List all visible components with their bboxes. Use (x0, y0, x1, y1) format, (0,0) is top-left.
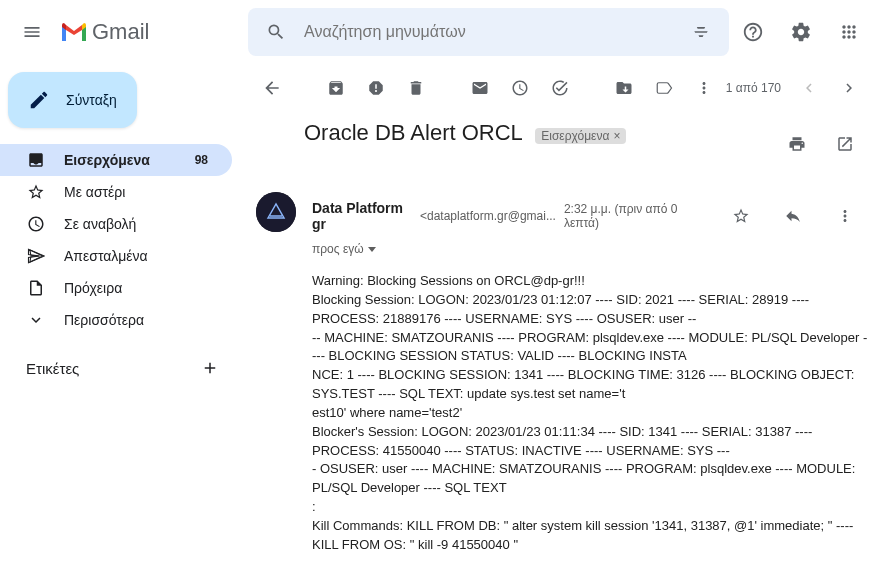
email-body: Warning: Blocking Sessions on ORCL@dp-gr… (240, 264, 885, 571)
add-task-button[interactable] (540, 68, 580, 108)
search-options-icon[interactable] (681, 12, 721, 52)
gmail-logo[interactable]: Gmail (60, 19, 240, 45)
add-label-button[interactable] (196, 354, 224, 382)
svg-point-0 (256, 192, 296, 232)
nav-sent[interactable]: Απεσταλμένα (0, 240, 232, 272)
nav-snoozed[interactable]: Σε αναβολή (0, 208, 232, 240)
email-time: 2:32 μ.μ. (πριν από 0 λεπτά) (564, 202, 709, 230)
nav-starred[interactable]: Με αστέρι (0, 176, 232, 208)
archive-button[interactable] (316, 68, 356, 108)
remove-label-icon[interactable]: × (613, 129, 620, 143)
pencil-icon (28, 89, 50, 111)
send-icon (26, 246, 46, 266)
nav-label: Περισσότερα (64, 312, 144, 328)
compose-button[interactable]: Σύνταξη (8, 72, 137, 128)
delete-button[interactable] (396, 68, 436, 108)
apps-button[interactable] (825, 8, 873, 56)
search-input[interactable] (296, 23, 681, 41)
search-icon[interactable] (256, 12, 296, 52)
email-label-tag[interactable]: Εισερχόμενα × (535, 128, 626, 144)
nav-label: Απεσταλμένα (64, 248, 148, 264)
nav-label: Με αστέρι (64, 184, 125, 200)
support-button[interactable] (729, 8, 777, 56)
labels-title: Ετικέτες (26, 360, 79, 377)
next-button[interactable] (829, 68, 869, 108)
prev-button[interactable] (789, 68, 829, 108)
back-button[interactable] (252, 68, 292, 108)
sender-avatar[interactable] (256, 192, 296, 232)
print-button[interactable] (773, 120, 821, 168)
settings-button[interactable] (777, 8, 825, 56)
inbox-icon (26, 150, 46, 170)
search-bar[interactable] (248, 8, 729, 56)
email-subject: Oracle DB Alert ORCL (304, 120, 523, 145)
nav-label: Εισερχόμενα (64, 152, 150, 168)
sender-name: Data Platform gr (312, 200, 416, 232)
recipient-dropdown[interactable]: προς εγώ (312, 242, 869, 256)
nav-more[interactable]: Περισσότερα (0, 304, 232, 336)
new-window-button[interactable] (821, 120, 869, 168)
main-menu-button[interactable] (8, 8, 56, 56)
star-button[interactable] (717, 192, 765, 240)
pagination-text: 1 από 170 (726, 81, 781, 95)
star-icon (26, 182, 46, 202)
move-to-button[interactable] (604, 68, 644, 108)
mark-unread-button[interactable] (460, 68, 500, 108)
sender-email: <dataplatform.gr@gmai... (420, 209, 556, 223)
compose-label: Σύνταξη (66, 92, 117, 108)
more-actions-button[interactable] (684, 68, 724, 108)
nav-inbox[interactable]: Εισερχόμενα 98 (0, 144, 232, 176)
message-more-button[interactable] (821, 192, 869, 240)
nav-label: Σε αναβολή (64, 216, 136, 232)
brand-text: Gmail (92, 19, 149, 45)
labels-button[interactable] (644, 68, 684, 108)
chevron-down-icon (26, 310, 46, 330)
nav-drafts[interactable]: Πρόχειρα (0, 272, 232, 304)
nav-label: Πρόχειρα (64, 280, 122, 296)
reply-button[interactable] (769, 192, 817, 240)
chevron-down-icon (368, 247, 376, 252)
clock-icon (26, 214, 46, 234)
snooze-button[interactable] (500, 68, 540, 108)
spam-button[interactable] (356, 68, 396, 108)
inbox-count: 98 (195, 153, 208, 167)
gmail-icon (60, 21, 88, 43)
file-icon (26, 278, 46, 298)
